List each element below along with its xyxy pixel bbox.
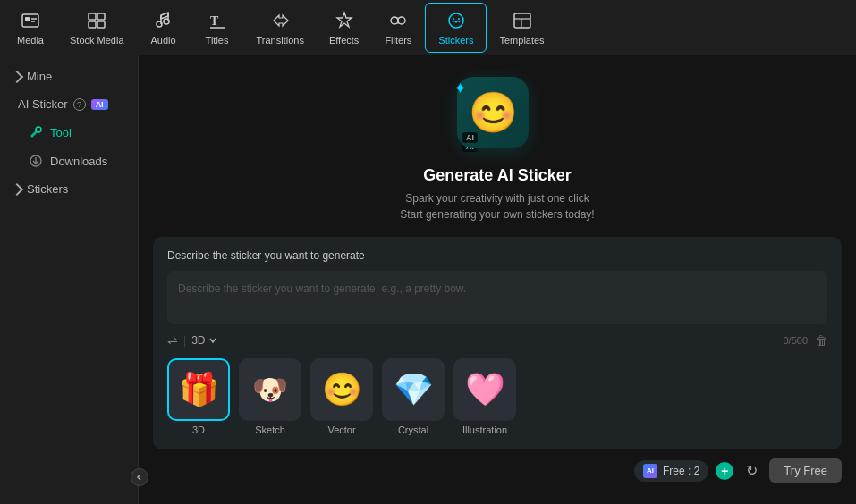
divider: | (183, 334, 186, 347)
nav-label-effects: Effects (329, 35, 359, 46)
arrow-stickers-icon (11, 182, 23, 195)
sidebar-collapse-button[interactable] (131, 468, 148, 486)
sticker-option-img-illustration: 🩷 (453, 358, 516, 421)
arrow-icon (11, 70, 23, 82)
sticker-option-img-vector: 😊 (310, 358, 373, 421)
nav-label-filters: Filters (385, 35, 411, 46)
svg-point-17 (449, 13, 463, 28)
shuffle-icon: ⇌ (167, 333, 178, 348)
titles-icon: T (207, 10, 228, 31)
nav-item-templates[interactable]: Templates (487, 3, 556, 53)
audio-icon (153, 10, 174, 31)
ai-dot: AI (643, 464, 657, 478)
nav-item-stock-media[interactable]: Stock Media (57, 3, 137, 53)
tool-icon (29, 125, 43, 139)
sticker-option-label-crystal: Crystal (398, 424, 428, 435)
hero-subtitle-line2: Start generating your own stickers today… (400, 208, 594, 221)
sticker-option-label-3d: 3D (192, 424, 205, 435)
sticker-option-crystal[interactable]: 💎 Crystal (382, 358, 445, 435)
try-free-button[interactable]: Try Free (769, 458, 842, 483)
nav-item-audio[interactable]: Audio (137, 3, 191, 53)
svg-rect-1 (25, 17, 30, 21)
nav-label-media: Media (17, 35, 44, 46)
stock-media-icon (86, 10, 107, 31)
hero-emoji: 😊 (469, 93, 518, 132)
nav-item-effects[interactable]: Effects (317, 3, 371, 53)
nav-label-templates: Templates (499, 35, 544, 46)
sticker-option-illustration[interactable]: 🩷 Illustration (453, 358, 516, 435)
sidebar-label-stickers: Stickers (27, 182, 68, 196)
top-nav: Media Stock Media Audio (0, 0, 856, 55)
svg-point-23 (36, 127, 41, 132)
templates-icon (512, 10, 533, 31)
effects-icon (334, 10, 355, 31)
svg-marker-14 (337, 13, 352, 27)
sidebar-item-ai-sticker[interactable]: AI Sticker ? AI (0, 90, 138, 118)
hero-icon-container: AI 😊 AI ✦ (457, 77, 538, 157)
trash-icon[interactable]: 🗑 (815, 333, 827, 348)
free-credits-label: Free : 2 (663, 465, 699, 477)
sidebar-label-tool: Tool (50, 126, 72, 139)
nav-label-transitions: Transitions (257, 35, 304, 46)
nav-item-media[interactable]: Media (4, 3, 57, 53)
svg-point-18 (453, 18, 454, 20)
sidebar-item-tool[interactable]: Tool (0, 118, 138, 147)
main-area: Mine AI Sticker ? AI Tool Downloads (0, 55, 856, 504)
sticker-option-img-sketch: 🐶 (239, 358, 301, 421)
svg-point-19 (458, 18, 460, 20)
sticker-option-img-crystal: 💎 (382, 358, 445, 421)
panel-label: Describe the sticker you want to generat… (167, 249, 827, 262)
hero-subtitle-line1: Spark your creativity with just one clic… (405, 192, 589, 205)
sidebar-item-stickers[interactable]: Stickers (0, 175, 138, 203)
sidebar-item-mine[interactable]: Mine (0, 63, 138, 90)
char-count: 0/500 (783, 335, 808, 346)
placeholder-text: Describe the sticker you want to generat… (178, 282, 466, 295)
chevron-down-icon (208, 336, 217, 345)
sidebar-label-downloads: Downloads (50, 155, 107, 168)
nav-item-titles[interactable]: T Titles (191, 3, 244, 53)
nav-item-stickers[interactable]: Stickers (425, 3, 487, 53)
nav-label-stock-media: Stock Media (70, 35, 124, 46)
sticker-description-input[interactable]: Describe the sticker you want to generat… (167, 271, 827, 324)
add-credits-button[interactable]: + (716, 462, 733, 480)
sticker-style-options: 🎁 3D 🐶 Sketch 😊 Vector 💎 Crystal (167, 358, 827, 435)
svg-rect-4 (89, 13, 96, 20)
style-dropdown[interactable]: 3D (191, 334, 217, 347)
sidebar: Mine AI Sticker ? AI Tool Downloads (0, 55, 139, 504)
svg-text:T: T (210, 14, 219, 28)
nav-item-filters[interactable]: Filters (371, 3, 425, 53)
sidebar-label-ai-sticker: AI Sticker (18, 97, 68, 111)
sticker-option-sketch[interactable]: 🐶 Sketch (239, 358, 301, 435)
sidebar-item-downloads[interactable]: Downloads (0, 147, 138, 175)
nav-label-audio: Audio (150, 35, 175, 46)
hero-subtitle: Spark your creativity with just one clic… (400, 190, 594, 223)
svg-rect-7 (97, 21, 105, 28)
svg-rect-5 (97, 13, 105, 20)
credits-badge: AI Free : 2 (634, 460, 708, 482)
generate-panel: Describe the sticker you want to generat… (153, 237, 842, 449)
sticker-option-img-3d: 🎁 (167, 358, 230, 421)
char-count-area: 0/500 🗑 (783, 333, 827, 348)
hero-icon-bg: 😊 AI (457, 77, 529, 148)
refresh-button[interactable]: ↻ (741, 460, 762, 482)
nav-label-titles: Titles (206, 35, 229, 46)
hero-ai-text: AI (462, 132, 478, 143)
hero-section: AI 😊 AI ✦ Generate AI Sticker Spark your… (139, 55, 856, 237)
stickers-icon (445, 10, 467, 31)
media-icon (20, 10, 41, 31)
nav-label-stickers: Stickers (438, 35, 473, 46)
sticker-option-3d[interactable]: 🎁 3D (167, 358, 230, 435)
sticker-option-label-sketch: Sketch (255, 424, 285, 435)
sidebar-label-mine: Mine (27, 70, 52, 83)
svg-rect-0 (22, 14, 38, 27)
sticker-option-vector[interactable]: 😊 Vector (310, 358, 373, 435)
svg-rect-20 (514, 13, 530, 28)
style-label: 3D (191, 334, 205, 347)
content-area: AI 😊 AI ✦ Generate AI Sticker Spark your… (139, 55, 856, 504)
transitions-icon (269, 10, 291, 31)
help-icon: ? (73, 98, 86, 111)
svg-rect-6 (89, 21, 96, 28)
style-selector[interactable]: ⇌ | 3D (167, 333, 217, 348)
nav-item-transitions[interactable]: Transitions (244, 3, 317, 53)
filters-icon (387, 10, 409, 31)
